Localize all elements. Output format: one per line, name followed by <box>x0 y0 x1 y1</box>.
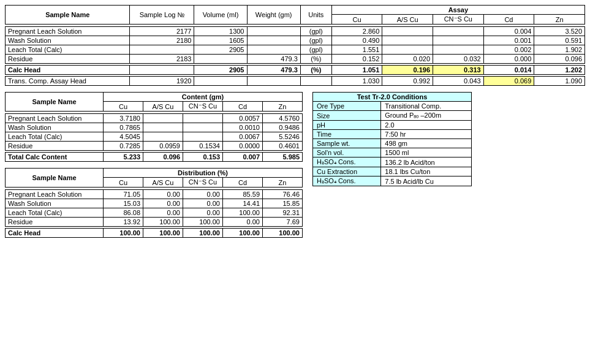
content-row-zn: 4.5760 <box>263 114 303 123</box>
assay-row-volume <box>194 55 247 64</box>
assay-row-name: Calc Head <box>6 66 130 75</box>
dist-row-cd: 100.00 <box>223 229 263 238</box>
dist-row-as-cu: 0.00 <box>143 208 183 218</box>
content-row-cd: 0.0000 <box>223 142 263 151</box>
dist-header-cu: Cu <box>104 178 143 188</box>
dist-row-zn: 15.85 <box>263 199 303 208</box>
dist-row-cns-cu: 100.00 <box>183 229 223 238</box>
dist-row-name: Calc Head <box>6 229 104 238</box>
assay-header-weight: Weight (gm) <box>247 6 300 25</box>
assay-row-cd: 0.069 <box>483 77 534 86</box>
dist-row-cd: 0.00 <box>223 218 263 227</box>
conditions-value: 7:50 hr <box>381 130 472 139</box>
assay-row-zn: 0.591 <box>534 36 585 45</box>
content-header-as-cu: A/S Cu <box>143 102 183 112</box>
conditions-label: Sample wt. <box>313 139 381 148</box>
assay-row-cd: 0.004 <box>483 27 534 36</box>
content-row-as-cu <box>143 123 183 132</box>
assay-row-zn: 0.096 <box>534 55 585 64</box>
dist-row-name: Wash Solution <box>6 199 104 208</box>
conditions-label: Cu Extraction <box>313 167 381 176</box>
dist-row-as-cu: 0.00 <box>143 199 183 208</box>
assay-row-cu: 2.860 <box>331 27 382 36</box>
content-table: Sample Name Content (gm) Cu A/S Cu CN⁻S … <box>5 92 303 162</box>
assay-row-cns-cu: 0.313 <box>433 66 484 75</box>
dist-header-cns-cu: CN⁻S Cu <box>183 178 223 188</box>
dist-row-name: Pregnant Leach Solution <box>6 190 104 199</box>
dist-row-cns-cu: 100.00 <box>183 218 223 227</box>
dist-row-cd: 14.41 <box>223 199 263 208</box>
dist-header-zn: Zn <box>263 178 303 188</box>
conditions-table: Test Tr-2.0 Conditions Ore Type Transiti… <box>312 92 472 186</box>
dist-row-name: Residue <box>6 218 104 227</box>
content-row-cns-cu <box>183 123 223 132</box>
content-row-cns-cu <box>183 114 223 123</box>
assay-row-units: (gpl) <box>300 27 331 36</box>
content-row-cd: 0.0057 <box>223 114 263 123</box>
dist-row-cns-cu: 0.00 <box>183 190 223 199</box>
conditions-label: H₂SO₄ Cons. <box>313 157 381 167</box>
assay-row-cns-cu: 0.043 <box>433 77 484 86</box>
content-row-name: Wash Solution <box>6 123 104 132</box>
assay-row-weight <box>247 36 300 45</box>
content-row-zn: 0.4601 <box>263 142 303 151</box>
left-tables: Sample Name Content (gm) Cu A/S Cu CN⁻S … <box>5 92 303 244</box>
conditions-value: 498 gm <box>381 139 472 148</box>
assay-header-zn: Zn <box>534 15 585 25</box>
dist-row-cd: 85.59 <box>223 190 263 199</box>
assay-row-zn: 3.520 <box>534 27 585 36</box>
content-row-cd: 0.007 <box>223 153 263 162</box>
assay-row-units: (gpl) <box>300 45 331 55</box>
content-header-sample-name: Sample Name <box>6 93 104 112</box>
assay-row-volume: 2905 <box>194 45 247 55</box>
assay-row-name: Pregnant Leach Solution <box>6 27 130 36</box>
assay-header-sample-name: Sample Name <box>6 6 130 25</box>
assay-header-cu: Cu <box>331 15 382 25</box>
content-header-cd: Cd <box>223 102 263 112</box>
conditions-value: 2.0 <box>381 121 472 130</box>
content-row-as-cu: 0.0959 <box>143 142 183 151</box>
assay-row-as-cu <box>382 36 433 45</box>
content-row-zn: 0.9486 <box>263 123 303 132</box>
conditions-label: Time <box>313 130 381 139</box>
assay-row-volume <box>194 77 247 86</box>
content-header-title: Content (gm) <box>104 93 303 102</box>
assay-row-cu: 1.551 <box>331 45 382 55</box>
dist-row-zn: 100.00 <box>263 229 303 238</box>
dist-row-cu: 71.05 <box>104 190 143 199</box>
assay-header-assay: Assay <box>331 6 584 15</box>
content-section: Sample Name Content (gm) Cu A/S Cu CN⁻S … <box>5 92 303 162</box>
dist-row-name: Leach Total (Calc) <box>6 208 104 218</box>
assay-row-name: Residue <box>6 55 130 64</box>
assay-row-cd: 0.000 <box>483 55 534 64</box>
content-row-as-cu <box>143 114 183 123</box>
content-row-cns-cu: 0.153 <box>183 153 223 162</box>
assay-row-weight <box>247 45 300 55</box>
assay-row-as-cu: 0.196 <box>382 66 433 75</box>
distribution-table: Sample Name Distribution (%) Cu A/S Cu C… <box>5 168 303 238</box>
assay-row-name: Trans. Comp. Assay Head <box>6 77 130 86</box>
content-row-cu: 0.7865 <box>104 123 143 132</box>
dist-row-cns-cu: 0.00 <box>183 199 223 208</box>
assay-row-units <box>300 77 331 86</box>
conditions-label: H₂SO₄ Cons. <box>313 176 381 186</box>
assay-row-as-cu <box>382 45 433 55</box>
assay-row-cd: 0.014 <box>483 66 534 75</box>
content-row-cu: 0.7285 <box>104 142 143 151</box>
content-row-zn: 5.985 <box>263 153 303 162</box>
assay-header-log: Sample Log № <box>130 6 194 25</box>
dist-row-zn: 76.46 <box>263 190 303 199</box>
dist-row-zn: 92.31 <box>263 208 303 218</box>
content-header-cu: Cu <box>104 102 143 112</box>
content-header-zn: Zn <box>263 102 303 112</box>
assay-row-log: 2183 <box>130 55 194 64</box>
conditions-header: Test Tr-2.0 Conditions <box>313 93 472 102</box>
dist-header-as-cu: A/S Cu <box>143 178 183 188</box>
content-row-name: Pregnant Leach Solution <box>6 114 104 123</box>
assay-row-volume: 1300 <box>194 27 247 36</box>
content-row-name: Residue <box>6 142 104 151</box>
assay-row-zn: 1.090 <box>534 77 585 86</box>
conditions-value: 7.5 lb Acid/lb Cu <box>381 176 472 186</box>
dist-header-sample-name: Sample Name <box>6 169 104 188</box>
assay-row-as-cu: 0.020 <box>382 55 433 64</box>
